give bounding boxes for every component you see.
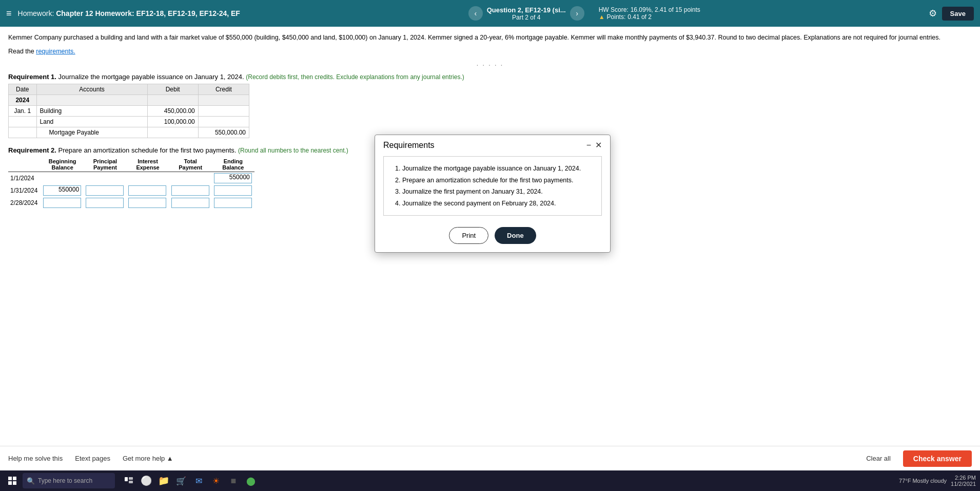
list-item: Journalize the first payment on January … [402, 186, 593, 198]
dialog-title: Requirements [383, 141, 435, 150]
journal-credit-mortgage: 550,000.00 [198, 127, 249, 138]
requirements-link[interactable]: requirements. [36, 48, 75, 55]
journal-account-land: Land [36, 116, 147, 127]
amort-date-3: 2/28/2024 [8, 197, 41, 209]
list-item: Prepare an amortization schedule for the… [402, 175, 593, 186]
settings-button[interactable]: ⚙ [929, 8, 937, 19]
amort-header-beginning: BeginningBalance [41, 157, 84, 172]
amort-principal-2-input[interactable] [86, 185, 124, 196]
journal-header-credit: Credit [198, 84, 249, 95]
dialog-minimize-button[interactable]: − [586, 140, 591, 150]
amort-principal-3-input[interactable] [86, 198, 124, 208]
table-row: 2024 [9, 95, 249, 105]
amort-header-ending: EndingBalance [212, 157, 254, 172]
journal-date: Jan. 1 [9, 105, 37, 116]
table-row: 1/1/2024 550000 [8, 172, 254, 184]
table-row: 1/31/2024 550000 [8, 184, 254, 197]
amort-total-3-input[interactable] [171, 198, 209, 208]
journal-debit-land: 100,000.00 [147, 116, 198, 127]
req1-label: Requirement 1. Journalize the mortgage p… [8, 73, 972, 81]
next-question-button[interactable]: › [570, 6, 584, 21]
amort-interest-2-input[interactable] [128, 185, 166, 196]
amort-ending-2-input[interactable] [214, 185, 252, 196]
amortization-table: BeginningBalance PrincipalPayment Intere… [8, 157, 254, 209]
amort-total-2-input[interactable] [171, 185, 209, 196]
hamburger-icon[interactable]: ≡ [6, 8, 12, 19]
amort-header-total: TotalPayment [169, 157, 212, 172]
amort-beginning-3-input[interactable] [43, 198, 81, 208]
print-button[interactable]: Print [449, 227, 488, 244]
requirements-read-line: Read the requirements. [8, 47, 972, 56]
amort-header-date [8, 157, 41, 172]
amort-ending-3-input[interactable] [214, 198, 252, 208]
journal-year: 2024 [9, 95, 37, 105]
dialog-header: Requirements − ✕ [375, 135, 610, 153]
problem-text: Kemmer Company purchased a building and … [8, 33, 972, 43]
amort-header-interest: InterestExpense [126, 157, 169, 172]
question-info: Question 2, EF12-19 (si... Part 2 of 4 [487, 6, 566, 21]
save-button[interactable]: Save [942, 7, 974, 21]
top-nav: ≡ Homework: Chapter 12 Homework: EF12-18… [0, 0, 980, 27]
journal-debit-building: 450,000.00 [147, 105, 198, 116]
amort-ending-1: 550000 [214, 173, 252, 183]
list-item: Journalize the second payment on Februar… [402, 198, 593, 210]
nav-center: ‹ Question 2, EF12-19 (si... Part 2 of 4… [468, 6, 700, 21]
main-content: Kemmer Company purchased a building and … [0, 27, 980, 446]
journal-table: Date Accounts Debit Credit 2024 Jan. 1 B… [8, 84, 249, 138]
done-button[interactable]: Done [495, 227, 536, 244]
list-item: Journalize the mortgage payable issuance… [402, 163, 593, 175]
requirements-list: Journalize the mortgage payable issuance… [392, 163, 593, 209]
journal-header-accounts: Accounts [36, 84, 147, 95]
journal-account-building: Building [36, 105, 147, 116]
amort-interest-3-input[interactable] [128, 198, 166, 208]
amort-date-1: 1/1/2024 [8, 172, 41, 184]
amort-date-2: 1/31/2024 [8, 184, 41, 197]
dialog-footer: Print Done [375, 222, 610, 252]
journal-account-mortgage: Mortgage Payable [36, 127, 147, 138]
journal-header-debit: Debit [147, 84, 198, 95]
dialog-body: Journalize the mortgage payable issuance… [383, 156, 602, 216]
table-row: Land 100,000.00 [9, 116, 249, 127]
divider: · · · · · [8, 61, 972, 69]
dialog-close-button[interactable]: ✕ [595, 140, 602, 150]
amort-beginning-2: 550000 [43, 185, 81, 196]
amort-header-principal: PrincipalPayment [84, 157, 126, 172]
table-row: 2/28/2024 [8, 197, 254, 209]
requirements-dialog: Requirements − ✕ Journalize the mortgage… [375, 135, 611, 253]
nav-right: ⚙ Save [929, 7, 974, 21]
score-info: HW Score: 16.09%, 2.41 of 15 points ▲ Po… [599, 6, 700, 21]
dialog-controls: − ✕ [586, 140, 602, 150]
table-row: Mortgage Payable 550,000.00 [9, 127, 249, 138]
journal-header-date: Date [9, 84, 37, 95]
prev-question-button[interactable]: ‹ [468, 6, 483, 21]
table-row: Jan. 1 Building 450,000.00 [9, 105, 249, 116]
nav-title: Homework: Chapter 12 Homework: EF12-18, … [18, 9, 240, 17]
